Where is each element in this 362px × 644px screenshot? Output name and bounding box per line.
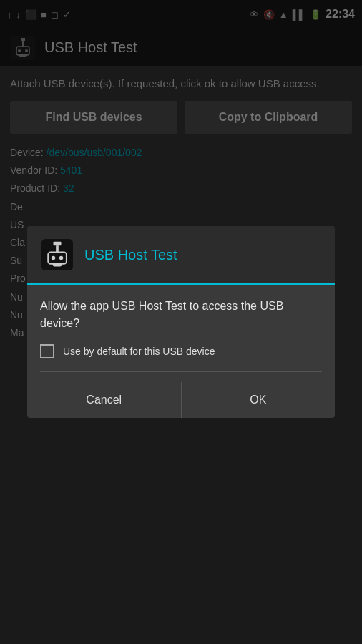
dialog-question: Allow the app USB Host Test to access th… (40, 298, 322, 331)
dialog-title: USB Host Test (84, 247, 177, 263)
svg-rect-9 (56, 245, 59, 252)
svg-point-12 (59, 256, 64, 260)
dialog-divider (40, 371, 322, 372)
default-checkbox[interactable] (40, 344, 54, 358)
dialog-usb-icon (40, 238, 74, 272)
ok-button[interactable]: OK (182, 382, 336, 418)
dialog-header: USB Host Test (27, 226, 335, 285)
cancel-button[interactable]: Cancel (27, 382, 182, 418)
dialog-overlay: USB Host Test Allow the app USB Host Tes… (0, 0, 362, 644)
dialog-body: Allow the app USB Host Test to access th… (27, 285, 335, 381)
svg-rect-8 (54, 242, 62, 246)
default-checkbox-row[interactable]: Use by default for this USB device (40, 344, 322, 358)
default-checkbox-label: Use by default for this USB device (63, 346, 215, 357)
permission-dialog: USB Host Test Allow the app USB Host Tes… (27, 226, 335, 417)
dialog-buttons: Cancel OK (27, 382, 335, 418)
svg-point-11 (52, 256, 56, 260)
svg-rect-13 (53, 263, 62, 267)
